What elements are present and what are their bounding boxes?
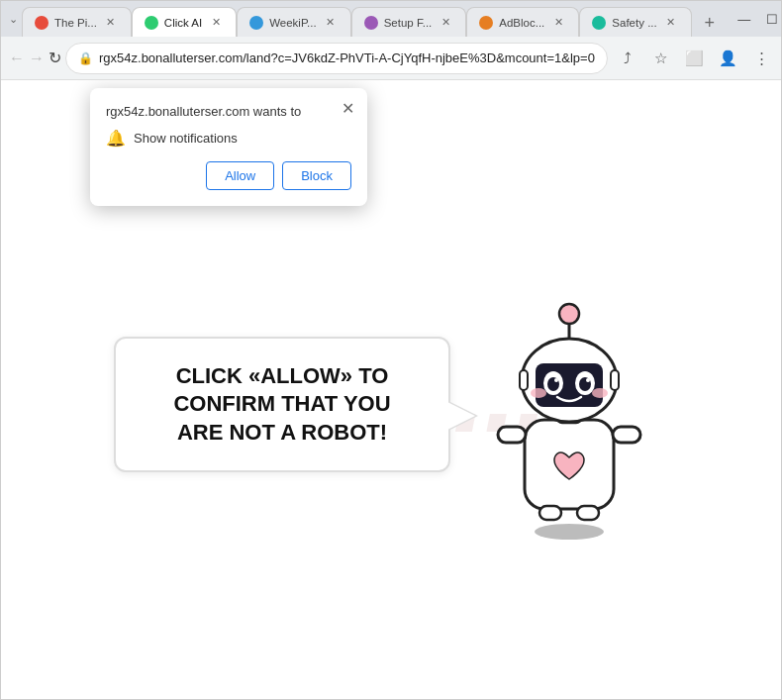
- tab-close-safety[interactable]: ✕: [663, 15, 679, 31]
- tab-click[interactable]: Click AI ✕: [132, 7, 237, 37]
- robot-illustration: [470, 266, 668, 544]
- svg-rect-20: [611, 370, 619, 390]
- bubble-line2: ARE NOT A ROBOT!: [177, 420, 387, 445]
- svg-point-0: [535, 524, 604, 540]
- back-button[interactable]: ←: [9, 43, 25, 74]
- tab-pirate[interactable]: The Pi... ✕: [22, 7, 132, 37]
- speech-bubble: CLICK «ALLOW» TO CONFIRM THAT YOU ARE NO…: [114, 337, 450, 473]
- tab-label-pirate: The Pi...: [54, 17, 97, 29]
- reload-button[interactable]: ↻: [49, 43, 61, 74]
- tab-favicon-wiki: [249, 16, 263, 30]
- collapse-button[interactable]: ⌄: [9, 9, 18, 29]
- svg-rect-2: [498, 427, 526, 443]
- svg-point-16: [592, 388, 608, 398]
- tab-label-adblock: AdBloc...: [499, 17, 544, 29]
- svg-rect-4: [539, 506, 561, 520]
- minimize-button[interactable]: —: [732, 6, 757, 32]
- notification-popup: rgx54z.bonalluterser.com wants to ✕ 🔔 Sh…: [90, 88, 367, 206]
- tab-favicon-safety: [592, 16, 606, 30]
- notif-row: 🔔 Show notifications: [106, 129, 351, 148]
- svg-point-15: [531, 388, 546, 398]
- forward-button[interactable]: →: [29, 43, 45, 74]
- svg-rect-3: [613, 427, 640, 443]
- tab-favicon-setup: [364, 16, 378, 30]
- tab-adblock[interactable]: AdBloc... ✕: [466, 7, 579, 37]
- robot-svg: [470, 266, 668, 544]
- tab-label-setup: Setup F...: [384, 17, 433, 29]
- tab-favicon-pirate: [35, 16, 49, 30]
- page-content: rgx54z.bonalluterser.com wants to ✕ 🔔 Sh…: [1, 80, 781, 699]
- notif-title: rgx54z.bonalluterser.com wants to: [106, 104, 351, 119]
- tab-wiki[interactable]: WeekiP... ✕: [237, 7, 351, 37]
- tab-close-wiki[interactable]: ✕: [323, 15, 339, 31]
- tab-close-click[interactable]: ✕: [208, 15, 224, 31]
- bell-icon: 🔔: [106, 129, 126, 148]
- menu-icon-btn[interactable]: ⋮: [746, 43, 778, 74]
- title-bar: ⌄ The Pi... ✕ Click AI ✕ WeekiP... ✕ Set…: [1, 1, 781, 37]
- content-wrapper: CLICK «ALLOW» TO CONFIRM THAT YOU ARE NO…: [114, 266, 668, 544]
- svg-point-13: [554, 378, 558, 382]
- account-icon-btn[interactable]: 👤: [713, 43, 744, 74]
- tab-label-safety: Safety ...: [612, 17, 656, 29]
- bookmark-icon-btn[interactable]: ☆: [645, 43, 677, 74]
- block-button[interactable]: Block: [282, 161, 351, 190]
- tab-close-pirate[interactable]: ✕: [103, 15, 119, 31]
- bubble-line1: CLICK «ALLOW» TO CONFIRM THAT YOU: [173, 363, 390, 417]
- svg-rect-19: [520, 370, 528, 390]
- tab-label-click: Click AI: [164, 17, 202, 29]
- tab-label-wiki: WeekiP...: [269, 17, 317, 29]
- tab-favicon-adblock: [479, 16, 493, 30]
- tab-favicon-click: [145, 16, 158, 30]
- tab-close-setup[interactable]: ✕: [438, 15, 453, 31]
- browser-frame: ⌄ The Pi... ✕ Click AI ✕ WeekiP... ✕ Set…: [0, 0, 782, 700]
- nav-icons: ⤴ ☆ ⬜ 👤 ⋮: [612, 43, 778, 74]
- new-tab-button[interactable]: +: [696, 9, 724, 37]
- notif-show-text: Show notifications: [134, 131, 238, 146]
- notif-buttons: Allow Block: [106, 161, 351, 190]
- svg-point-18: [559, 304, 579, 324]
- address-text: rgx54z.bonalluterser.com/land?c=JV6kdZ-P…: [99, 50, 595, 65]
- tab-safety[interactable]: Safety ... ✕: [579, 7, 691, 37]
- svg-rect-5: [577, 506, 599, 520]
- notif-close-button[interactable]: ✕: [338, 98, 357, 118]
- share-icon-btn[interactable]: ⤴: [612, 43, 643, 74]
- maximize-button[interactable]: ☐: [759, 6, 782, 32]
- extension-icon-btn[interactable]: ⬜: [679, 43, 711, 74]
- nav-bar: ← → ↻ 🔒 rgx54z.bonalluterser.com/land?c=…: [1, 37, 781, 80]
- tab-setup[interactable]: Setup F... ✕: [351, 7, 467, 37]
- tab-strip: The Pi... ✕ Click AI ✕ WeekiP... ✕ Setup…: [22, 1, 724, 37]
- address-bar[interactable]: 🔒 rgx54z.bonalluterser.com/land?c=JV6kdZ…: [65, 43, 608, 74]
- window-controls: — ☐ ✕: [732, 6, 782, 32]
- bubble-text: CLICK «ALLOW» TO CONFIRM THAT YOU ARE NO…: [146, 362, 419, 448]
- tab-close-adblock[interactable]: ✕: [550, 15, 566, 31]
- allow-button[interactable]: Allow: [206, 161, 274, 190]
- lock-icon: 🔒: [78, 51, 93, 65]
- svg-point-14: [586, 378, 590, 382]
